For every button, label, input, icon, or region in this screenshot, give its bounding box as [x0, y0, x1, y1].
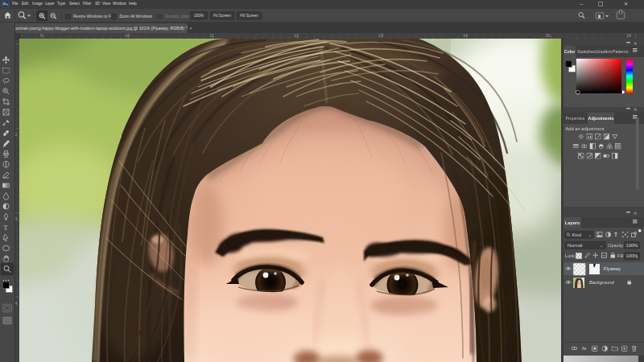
svg-text:T: T	[4, 224, 9, 232]
